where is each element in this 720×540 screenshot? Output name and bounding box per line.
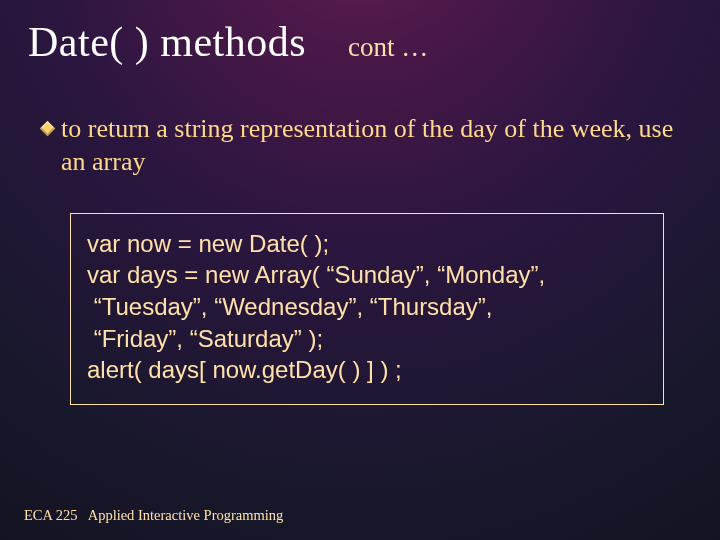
bullet-row: to return a string representation of the… [42, 112, 684, 179]
bullet-block: to return a string representation of the… [42, 112, 684, 179]
footer-course-name: Applied Interactive Programming [88, 507, 284, 523]
code-line: alert( days[ now.getDay( ) ] ) ; [87, 356, 402, 383]
slide-title: Date( ) methods [28, 18, 306, 66]
diamond-bullet-icon [40, 121, 56, 137]
code-line: var days = new Array( “Sunday”, “Monday”… [87, 261, 545, 288]
code-line: “Friday”, “Saturday” ); [87, 325, 323, 352]
code-line: “Tuesday”, “Wednesday”, “Thursday”, [87, 293, 492, 320]
slide-subtitle-cont: cont … [348, 32, 428, 63]
bullet-text: to return a string representation of the… [61, 112, 684, 179]
title-row: Date( ) methods cont … [28, 18, 692, 66]
code-line: var now = new Date( ); [87, 230, 329, 257]
code-box: var now = new Date( ); var days = new Ar… [70, 213, 664, 405]
slide: Date( ) methods cont … to return a strin… [0, 0, 720, 540]
footer: ECA 225 Applied Interactive Programming [24, 507, 283, 524]
footer-course-code: ECA 225 [24, 507, 78, 523]
